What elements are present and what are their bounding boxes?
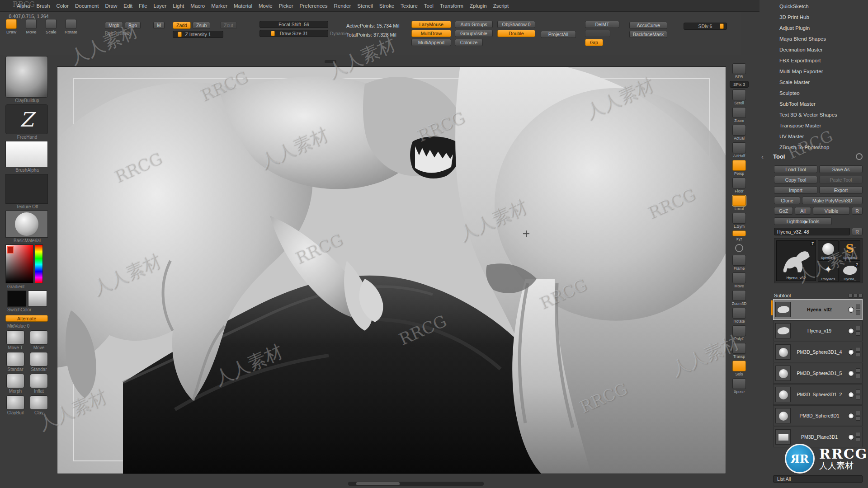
grp-button[interactable]: Grp: [585, 39, 603, 46]
refresh-icon[interactable]: [856, 153, 863, 160]
zoom-button[interactable]: Zoom: [730, 107, 748, 123]
clay-brush[interactable]: Clay: [29, 395, 49, 415]
polypaint-icon[interactable]: [856, 326, 860, 330]
polypaint-icon[interactable]: [856, 305, 860, 309]
mask-icon[interactable]: [856, 395, 860, 399]
subtool-row[interactable]: PM3D_Sphere3D1_5: [773, 363, 863, 384]
sdiv-handle[interactable]: [720, 23, 724, 29]
scale-mode-button[interactable]: Scale: [43, 19, 59, 34]
plugin-multi-map-exporter[interactable]: Multi Map Exporter: [779, 66, 868, 77]
mask-icon[interactable]: [856, 374, 860, 378]
canvas-top-scrollbar[interactable]: [325, 60, 336, 63]
load-tool-button[interactable]: Load Tool: [774, 165, 817, 173]
actual-size-button[interactable]: Actual: [730, 125, 748, 141]
plugin-subtool-master[interactable]: SubTool Master: [779, 99, 868, 109]
current-stroke-thumbnail[interactable]: Z: [5, 104, 48, 134]
visibility-eye-icon[interactable]: [848, 328, 854, 334]
current-texture-thumbnail[interactable]: [5, 174, 48, 204]
mask-icon[interactable]: [856, 331, 860, 336]
plugin-zbrush-to-photoshop[interactable]: ZBrush To Photoshop: [779, 142, 868, 153]
plugin-text3d[interactable]: Text 3D & Vector Shapes: [779, 109, 868, 120]
copy-tool-button[interactable]: Copy Tool: [774, 176, 817, 183]
visibility-eye-icon[interactable]: [848, 434, 854, 440]
spix-slider[interactable]: SPix 3: [730, 81, 749, 88]
current-material-thumbnail[interactable]: [5, 211, 48, 238]
menu-tool[interactable]: Tool: [421, 1, 437, 11]
menu-draw[interactable]: Draw: [102, 1, 120, 11]
tool-thumb-hyena[interactable]: 7Hyena_: [840, 262, 860, 282]
rotate-view-button[interactable]: Rotate: [730, 308, 748, 324]
lazymouse-button[interactable]: LazyMouse: [411, 21, 451, 28]
tool-thumb-sphere3d[interactable]: Sphere3I: [818, 240, 839, 261]
polypaint-icon[interactable]: [856, 368, 860, 373]
menu-preferences[interactable]: Preferences: [297, 1, 331, 11]
goz-all-button[interactable]: All: [795, 207, 811, 215]
claybuildup-brush[interactable]: ClayBuil: [5, 395, 25, 415]
move-topological-brush[interactable]: Move T: [5, 330, 25, 350]
colorize-button[interactable]: Colorize: [455, 39, 483, 46]
plugin-uv-master[interactable]: UV Master: [779, 131, 868, 142]
dynamic-toggle[interactable]: Dynamic: [330, 31, 348, 36]
subtool-row[interactable]: PM3D_Sphere3D1_2: [773, 384, 863, 405]
double-button[interactable]: Double: [497, 30, 535, 37]
menu-file[interactable]: File: [136, 1, 151, 11]
bpr-button[interactable]: BPR: [730, 63, 748, 79]
plugin-scale-master[interactable]: Scale Master: [779, 77, 868, 88]
polyframe-button[interactable]: PolyF: [730, 325, 748, 341]
tool-thumb-simplebrush[interactable]: SSimpleB: [840, 240, 860, 261]
draw-size-handle[interactable]: [271, 31, 275, 36]
alternate-button[interactable]: Alternate: [5, 315, 48, 322]
canvas-bottom-scrollbar[interactable]: [348, 482, 484, 486]
subtool-option-icon[interactable]: [849, 294, 853, 298]
polypaint-icon[interactable]: [856, 389, 860, 394]
make-polymesh3d-button[interactable]: Make PolyMesh3D: [802, 197, 863, 204]
menu-stencil[interactable]: Stencil: [354, 1, 376, 11]
polypaint-icon[interactable]: [856, 411, 860, 415]
secondary-color-swatch[interactable]: [28, 291, 47, 307]
sculpt-viewport[interactable]: [57, 66, 726, 474]
goz-button[interactable]: GoZ: [774, 207, 793, 215]
menu-stroke[interactable]: Stroke: [376, 1, 397, 11]
color-selection-box[interactable]: [7, 246, 14, 253]
z-intensity-handle[interactable]: [178, 32, 182, 37]
projectall-button[interactable]: ProjectAll: [541, 31, 576, 38]
backfacemask-button[interactable]: BackfaceMask: [629, 31, 667, 38]
delmt-button[interactable]: DelMT: [585, 21, 619, 28]
auto-groups-button[interactable]: Auto Groups: [455, 21, 493, 28]
plugin-adjust[interactable]: Adjust Plugin: [779, 23, 868, 33]
rgb-intensity-label[interactable]: Rgb Intensity: [105, 31, 165, 36]
subtool-option-icon[interactable]: [859, 294, 863, 298]
local-pivot-button[interactable]: Local: [730, 195, 748, 211]
list-all-button[interactable]: List All: [773, 475, 863, 483]
perspective-button[interactable]: Persp: [730, 160, 748, 176]
save-as-button[interactable]: Save As: [819, 165, 863, 173]
scroll-button[interactable]: Scroll: [730, 89, 748, 105]
move-view-button[interactable]: Move: [730, 272, 748, 288]
standard-brush-b[interactable]: Standar: [29, 352, 49, 372]
current-alpha-thumbnail[interactable]: [5, 141, 48, 167]
menu-macro[interactable]: Macro: [187, 1, 208, 11]
plugin-decimation-master[interactable]: Decimation Master: [779, 44, 868, 55]
plugin-fbx[interactable]: FBX ExportImport: [779, 55, 868, 66]
tool-palette-header[interactable]: ‹ Tool: [761, 153, 866, 160]
collapse-arrow-icon[interactable]: ‹: [761, 153, 773, 160]
goz-visible-button[interactable]: Visible: [813, 207, 850, 215]
menu-picker[interactable]: Picker: [276, 1, 297, 11]
draw-size-slider[interactable]: Draw Size 31: [259, 30, 328, 37]
tool-thumb-polymesh[interactable]: ✦PolyMes: [818, 262, 839, 282]
transparency-button[interactable]: Transp: [730, 343, 748, 359]
plugin-sculpteo[interactable]: Sculpteo: [779, 88, 868, 99]
visibility-eye-icon[interactable]: [848, 349, 854, 355]
menu-movie[interactable]: Movie: [255, 1, 276, 11]
menu-color[interactable]: Color: [53, 1, 71, 11]
mask-icon[interactable]: [856, 310, 860, 314]
lightbox-tools-button[interactable]: Lightbox▶Tools: [774, 217, 832, 225]
r-button[interactable]: R: [852, 207, 863, 215]
menu-transform[interactable]: Transform: [437, 1, 467, 11]
objshadow-button[interactable]: ObjShadow 0: [497, 21, 535, 28]
menu-marker[interactable]: Marker: [208, 1, 231, 11]
current-tool-name[interactable]: Hyena_v32. 48: [774, 228, 850, 235]
xpose-button[interactable]: Xpose: [730, 378, 748, 394]
morph-brush[interactable]: Morph: [5, 374, 25, 394]
subtool-row[interactable]: PM3D_Sphere3D1_4: [773, 342, 863, 362]
